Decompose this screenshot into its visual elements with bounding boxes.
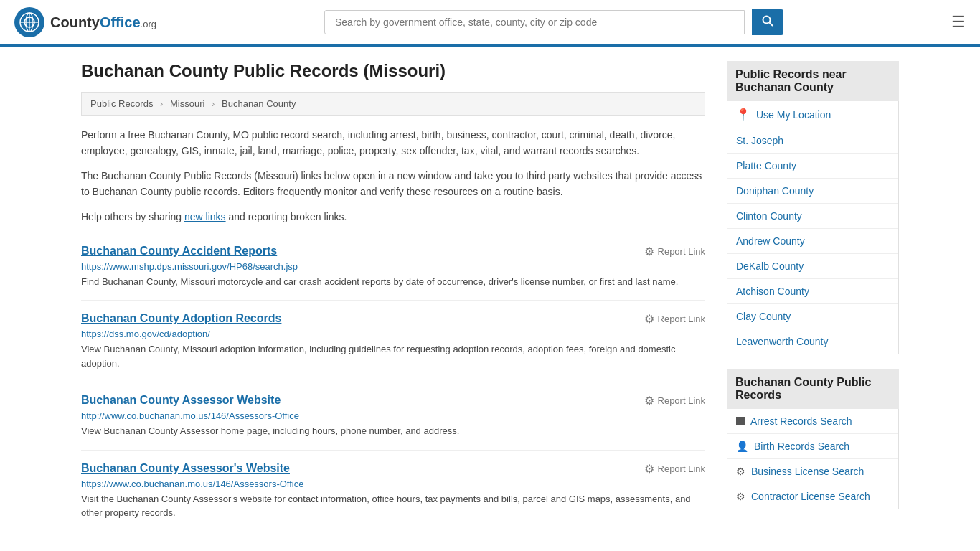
record-sidebar-link[interactable]: 👤 Birth Records Search (727, 434, 898, 458)
nearby-section: Public Records near Buchanan County 📍 Us… (727, 61, 899, 354)
nearby-county-link[interactable]: DeKalb County (727, 254, 898, 278)
nearby-title: Public Records near Buchanan County (727, 61, 899, 101)
record-header: Buchanan County Assessor Website ⚙ Repor… (81, 394, 705, 408)
record-header: Buchanan County Adoption Records ⚙ Repor… (81, 312, 705, 326)
record-header: Buchanan County Assessor's Website ⚙ Rep… (81, 462, 705, 476)
description-p2: The Buchanan County Public Records (Miss… (81, 168, 705, 200)
sidebar-nearby-item[interactable]: Leavenworth County (727, 329, 898, 354)
nearby-county-label: Doniphan County (736, 185, 814, 197)
nearby-list: 📍 Use My Location St. Joseph Platte Coun… (727, 101, 899, 354)
nearby-county-link[interactable]: Leavenworth County (727, 329, 898, 354)
logo-text: CountyOffice.org (50, 14, 156, 31)
report-link[interactable]: ⚙ Report Link (644, 394, 705, 408)
nearby-county-link[interactable]: Doniphan County (727, 179, 898, 203)
nearby-county-link[interactable]: St. Joseph (727, 128, 898, 153)
nearby-county-link[interactable]: Clay County (727, 304, 898, 329)
report-link-label: Report Link (658, 395, 705, 406)
buchanan-records-list: Arrest Records Search 👤 Birth Records Se… (727, 409, 899, 509)
report-icon: ⚙ (644, 462, 654, 476)
sidebar-nearby-item[interactable]: St. Joseph (727, 128, 898, 154)
site-header: CountyOffice.org ☰ (0, 0, 980, 47)
description-p1: Perform a free Buchanan County, MO publi… (81, 127, 705, 159)
sidebar-nearby-item[interactable]: Clinton County (727, 204, 898, 229)
logo-area: CountyOffice.org (14, 7, 156, 37)
description-p3-suffix: and reporting broken links. (226, 211, 347, 222)
record-header: Buchanan County Accident Reports ⚙ Repor… (81, 245, 705, 258)
record-url[interactable]: https://dss.mo.gov/cd/adoption/ (81, 329, 705, 339)
record-title[interactable]: Buchanan County Assessor Website (81, 394, 281, 407)
report-link[interactable]: ⚙ Report Link (644, 312, 705, 326)
record-sidebar-label: Contractor License Search (751, 491, 870, 502)
person-icon: 👤 (736, 441, 748, 452)
record-item: Buchanan County Assessor's Website ⚙ Rep… (81, 451, 705, 532)
record-item: Buchanan County Assessor Website ⚙ Repor… (81, 382, 705, 451)
record-description: View Buchanan County Assessor home page,… (81, 424, 705, 438)
menu-button[interactable]: ☰ (951, 13, 966, 32)
sidebar-record-item[interactable]: Arrest Records Search (727, 409, 898, 434)
nearby-county-link[interactable]: Platte County (727, 154, 898, 178)
record-sidebar-label: Birth Records Search (754, 441, 849, 452)
record-title[interactable]: Buchanan County Assessor's Website (81, 462, 290, 475)
description-p3-prefix: Help others by sharing (81, 211, 184, 222)
report-link-label: Report Link (658, 246, 705, 257)
nearby-county-label: Leavenworth County (736, 336, 828, 347)
report-link[interactable]: ⚙ Report Link (644, 462, 705, 476)
sidebar-record-item[interactable]: ⚙ Contractor License Search (727, 484, 898, 509)
main-content: Buchanan County Public Records (Missouri… (81, 61, 705, 532)
use-location-link[interactable]: 📍 Use My Location (727, 101, 898, 128)
breadcrumb-current: Buchanan County (222, 98, 296, 109)
sidebar-nearby-item[interactable]: Doniphan County (727, 179, 898, 204)
breadcrumb-missouri[interactable]: Missouri (170, 98, 204, 109)
record-url[interactable]: https://www.mshp.dps.missouri.gov/HP68/s… (81, 261, 705, 272)
record-sidebar-link[interactable]: ⚙ Business License Search (727, 459, 898, 484)
svg-point-5 (763, 17, 770, 24)
report-icon: ⚙ (644, 394, 654, 408)
page-title: Buchanan County Public Records (Missouri… (81, 61, 705, 81)
sidebar-record-item[interactable]: 👤 Birth Records Search (727, 434, 898, 459)
sidebar-nearby-item[interactable]: Platte County (727, 154, 898, 179)
sidebar-nearby-item[interactable]: Andrew County (727, 229, 898, 254)
search-bar (324, 9, 783, 35)
nearby-county-label: Platte County (736, 160, 796, 171)
location-pin-icon: 📍 (736, 108, 750, 121)
sidebar-nearby-item[interactable]: Clay County (727, 304, 898, 329)
record-description: Find Buchanan County, Missouri motorcycl… (81, 275, 705, 289)
nearby-county-label: Andrew County (736, 235, 805, 247)
buchanan-records-title: Buchanan County Public Records (727, 369, 899, 409)
nearby-county-label: DeKalb County (736, 260, 804, 272)
records-list: Buchanan County Accident Reports ⚙ Repor… (81, 233, 705, 532)
breadcrumb-sep-2: › (212, 98, 215, 109)
record-description: Visit the Buchanan County Assessor's web… (81, 492, 705, 520)
sidebar-nearby-item[interactable]: 📍 Use My Location (727, 101, 898, 128)
breadcrumb-sep-1: › (160, 98, 163, 109)
record-sidebar-link[interactable]: Arrest Records Search (727, 409, 898, 433)
sidebar-nearby-item[interactable]: DeKalb County (727, 254, 898, 279)
record-sidebar-link[interactable]: ⚙ Contractor License Search (727, 484, 898, 509)
gear-icon: ⚙ (736, 466, 745, 477)
description-p3: Help others by sharing new links and rep… (81, 209, 705, 225)
nearby-county-link[interactable]: Clinton County (727, 204, 898, 228)
search-button[interactable] (752, 9, 783, 35)
search-input[interactable] (324, 10, 745, 34)
record-url[interactable]: http://www.co.buchanan.mo.us/146/Assesso… (81, 410, 705, 421)
record-description: View Buchanan County, Missouri adoption … (81, 342, 705, 370)
breadcrumb-public-records[interactable]: Public Records (90, 98, 153, 109)
new-links-link[interactable]: new links (184, 211, 226, 222)
sidebar-nearby-item[interactable]: Atchison County (727, 279, 898, 304)
nearby-county-label: Clay County (736, 311, 791, 322)
report-link[interactable]: ⚙ Report Link (644, 245, 705, 258)
nearby-county-link[interactable]: Andrew County (727, 229, 898, 253)
svg-line-6 (769, 23, 773, 27)
record-title[interactable]: Buchanan County Adoption Records (81, 312, 281, 325)
nearby-county-link[interactable]: Atchison County (727, 279, 898, 303)
square-icon (736, 417, 745, 425)
record-title[interactable]: Buchanan County Accident Reports (81, 245, 277, 258)
page-container: Buchanan County Public Records (Missouri… (67, 47, 913, 547)
gear-icon: ⚙ (736, 491, 745, 502)
record-url[interactable]: https://www.co.buchanan.mo.us/146/Assess… (81, 479, 705, 489)
sidebar-record-item[interactable]: ⚙ Business License Search (727, 459, 898, 484)
nearby-county-label: Clinton County (736, 210, 802, 222)
report-icon: ⚙ (644, 312, 654, 326)
report-link-label: Report Link (658, 314, 705, 324)
report-link-label: Report Link (658, 463, 705, 474)
